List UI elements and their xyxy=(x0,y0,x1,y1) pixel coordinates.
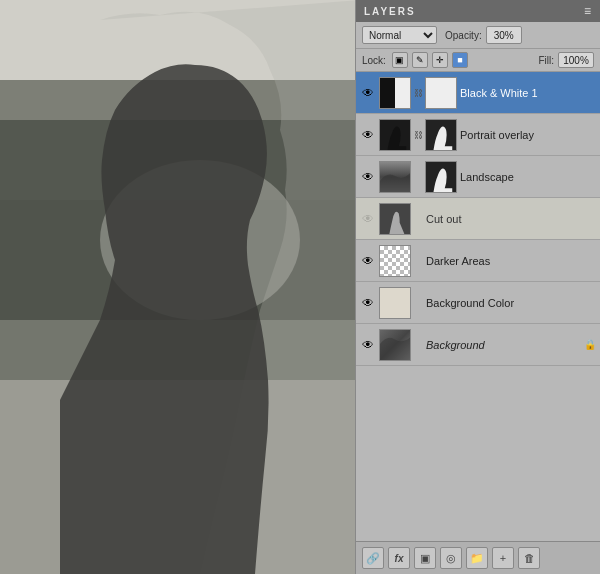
new-group-button[interactable]: 📁 xyxy=(466,547,488,569)
lock-label: Lock: xyxy=(362,55,386,66)
layer-mask-thumbnail xyxy=(425,161,457,193)
layer-thumbnails: ⛓ xyxy=(379,77,457,109)
lock-transparent-btn[interactable]: ▣ xyxy=(392,52,408,68)
blend-mode-select[interactable]: Normal Multiply Screen Overlay xyxy=(362,26,437,44)
layer-thumbnails xyxy=(379,203,423,235)
new-adjustment-button[interactable]: ◎ xyxy=(440,547,462,569)
panel-footer: 🔗 fx ▣ ◎ 📁 + 🗑 xyxy=(356,541,600,574)
layer-thumbnails xyxy=(379,245,423,277)
chain-link xyxy=(413,253,423,269)
layer-name: Black & White 1 xyxy=(460,87,596,99)
panel-menu-icon[interactable]: ≡ xyxy=(584,4,592,18)
layer-mask-thumbnail xyxy=(425,119,457,151)
layer-thumbnails xyxy=(379,287,423,319)
layer-item[interactable]: 👁 Background 🔒 xyxy=(356,324,600,366)
visibility-toggle[interactable]: 👁 xyxy=(360,85,376,101)
layer-item[interactable]: 👁 Cut out xyxy=(356,198,600,240)
photo-background xyxy=(0,0,360,574)
layer-name: Landscape xyxy=(460,171,596,183)
layer-item[interactable]: 👁 ⛓ Portrait overlay xyxy=(356,114,600,156)
fill-input[interactable] xyxy=(558,52,594,68)
layer-thumbnail xyxy=(379,119,411,151)
chain-link: ⛓ xyxy=(413,127,423,143)
visibility-toggle[interactable]: 👁 xyxy=(360,211,376,227)
chain-link xyxy=(413,169,423,185)
layer-item[interactable]: 👁 Background Color xyxy=(356,282,600,324)
add-mask-button[interactable]: ▣ xyxy=(414,547,436,569)
layer-thumbnails xyxy=(379,161,457,193)
fill-label: Fill: xyxy=(538,55,554,66)
layer-name: Darker Areas xyxy=(426,255,596,267)
chain-link: ⛓ xyxy=(413,85,423,101)
layer-thumbnail xyxy=(379,161,411,193)
layer-item[interactable]: 👁 ⛓ Black & White 1 xyxy=(356,72,600,114)
visibility-toggle[interactable]: 👁 xyxy=(360,169,376,185)
layer-name: Portrait overlay xyxy=(460,129,596,141)
layer-thumbnail xyxy=(379,77,411,109)
lock-row: Lock: ▣ ✎ ✛ ■ Fill: xyxy=(356,49,600,72)
layer-name: Background xyxy=(426,339,581,351)
silhouette-svg xyxy=(0,0,360,574)
layer-thumbnail xyxy=(379,203,411,235)
chain-link xyxy=(413,295,423,311)
layers-panel: LAYERS ≡ Normal Multiply Screen Overlay … xyxy=(355,0,600,574)
lock-position-btn[interactable]: ✛ xyxy=(432,52,448,68)
opacity-label: Opacity: xyxy=(445,30,482,41)
visibility-toggle[interactable]: 👁 xyxy=(360,295,376,311)
visibility-toggle[interactable]: 👁 xyxy=(360,253,376,269)
layer-mask-thumbnail xyxy=(425,77,457,109)
layers-list: 👁 ⛓ Black & White 1 👁 ⛓ xyxy=(356,72,600,541)
layer-lock-icon: 🔒 xyxy=(584,339,596,350)
layer-item[interactable]: 👁 Darker Areas xyxy=(356,240,600,282)
blend-mode-row: Normal Multiply Screen Overlay Opacity: xyxy=(356,22,600,49)
chain-link xyxy=(413,211,423,227)
visibility-toggle[interactable]: 👁 xyxy=(360,337,376,353)
layer-name: Cut out xyxy=(426,213,596,225)
lock-pixels-btn[interactable]: ✎ xyxy=(412,52,428,68)
panel-title: LAYERS xyxy=(364,6,416,17)
chain-link xyxy=(413,337,423,353)
layer-thumbnail xyxy=(379,245,411,277)
opacity-input[interactable] xyxy=(486,26,522,44)
layer-thumbnail xyxy=(379,329,411,361)
fx-button[interactable]: fx xyxy=(388,547,410,569)
lock-all-btn[interactable]: ■ xyxy=(452,52,468,68)
layer-thumbnails: ⛓ xyxy=(379,119,457,151)
layer-thumbnail xyxy=(379,287,411,319)
layer-name: Background Color xyxy=(426,297,596,309)
panel-header: LAYERS ≡ xyxy=(356,0,600,22)
new-layer-button[interactable]: + xyxy=(492,547,514,569)
delete-layer-button[interactable]: 🗑 xyxy=(518,547,540,569)
layer-thumbnails xyxy=(379,329,423,361)
layer-item[interactable]: 👁 Landscape xyxy=(356,156,600,198)
visibility-toggle[interactable]: 👁 xyxy=(360,127,376,143)
link-layers-button[interactable]: 🔗 xyxy=(362,547,384,569)
